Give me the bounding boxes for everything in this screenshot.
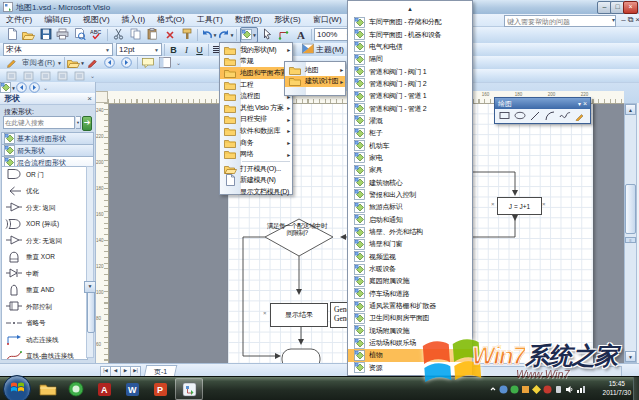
stencil-tab[interactable]: 基本流程图形状 — [1, 132, 94, 144]
stencil-item[interactable]: 家电 — [348, 152, 472, 164]
stencil-item[interactable]: 资源 — [348, 362, 472, 374]
tray8-icon[interactable] — [576, 385, 585, 394]
tray4-icon[interactable] — [532, 385, 541, 394]
scroll-up-icon[interactable]: ▲ — [625, 104, 636, 115]
menu-item[interactable]: 日程安排 ▸ — [220, 114, 292, 126]
pointer-tool-icon[interactable] — [259, 28, 275, 42]
scrollbar-thumb[interactable] — [87, 287, 95, 333]
toolbar-overflow-icon[interactable]: ⌄ — [90, 72, 95, 79]
stencil-item[interactable]: 家具 — [348, 164, 472, 176]
shape-vertical-and[interactable]: 垂直 AND — [2, 283, 87, 300]
visio-icon[interactable] — [175, 378, 203, 400]
stencil-item[interactable]: 视频监视 — [348, 251, 472, 263]
counter-box[interactable]: J = J+1 — [497, 197, 542, 215]
stencil-item[interactable]: 植物 — [348, 349, 472, 361]
shapes-window-icon[interactable]: ▾ — [240, 27, 258, 43]
tray2-icon[interactable] — [510, 385, 519, 394]
arcT-icon[interactable] — [544, 110, 557, 122]
search-dropdown-icon[interactable]: ▼ — [76, 116, 81, 129]
stencil-item[interactable]: 墙壁、外壳和结构 — [348, 226, 472, 238]
stencil-item[interactable]: 卫生间和厨房平面图 — [348, 312, 472, 324]
markup-pane-icon[interactable] — [157, 56, 173, 70]
stencil-item[interactable]: 管道和阀门 - 管道 1 — [348, 90, 472, 102]
stencil-item[interactable]: 管道和阀门 - 管道 2 — [348, 102, 472, 114]
menubar-item[interactable]: 形状(S) — [268, 14, 307, 26]
shapes-panel-close-icon[interactable]: × — [87, 93, 92, 105]
menu-item[interactable]: 我的形状(M) ▸ — [220, 44, 292, 56]
theme-button[interactable]: 主题(M) — [302, 44, 344, 55]
italic-button[interactable]: I — [180, 44, 193, 56]
menu-scroll-up-arrow[interactable]: ▲ — [348, 1, 472, 16]
format-painter-icon[interactable] — [179, 28, 195, 42]
close-button[interactable]: × — [623, 1, 638, 14]
menubar-item[interactable]: 文件(F) — [0, 14, 38, 26]
toolbar-dropdown-icon[interactable]: ▾ — [578, 100, 581, 107]
expl-icon[interactable] — [35, 379, 61, 399]
ppt-icon[interactable]: P — [147, 379, 173, 399]
text-tool-icon[interactable]: A — [293, 28, 309, 42]
stencil-item[interactable]: 管道和阀门 - 阀门 1 — [348, 65, 472, 77]
trayarr-icon[interactable] — [488, 385, 497, 394]
menu-item[interactable]: 其他 Visio 方案 ▸ — [220, 102, 292, 114]
menu-item[interactable]: 新建模具(N) ▸ — [220, 175, 292, 187]
menubar-item[interactable]: 窗口(W) — [307, 14, 348, 26]
menubar-item[interactable]: 工具(T) — [191, 14, 229, 26]
scroll-down-icon[interactable]: ▼ — [625, 351, 636, 362]
insert-comment-icon[interactable] — [140, 56, 156, 70]
vertical-scrollbar[interactable]: ▲ ≡ ▼ — [624, 103, 637, 363]
tray3-icon[interactable] — [521, 385, 530, 394]
menubar-item[interactable]: 数据(D) — [229, 14, 268, 26]
stencil-item[interactable]: 墙壁和门窗 — [348, 238, 472, 250]
stencil-item[interactable]: 车间平面图 - 机器和设备 — [348, 28, 472, 40]
print-icon[interactable] — [55, 28, 71, 42]
toolbar-close-icon[interactable]: × — [583, 100, 587, 107]
stencil-item[interactable]: 车间平面图 - 存储和分配 — [348, 16, 472, 28]
doc-close-button[interactable]: × — [634, 15, 639, 24]
tray5-icon[interactable] — [543, 385, 552, 394]
undo-icon[interactable]: ▾ — [201, 28, 217, 42]
paste-icon[interactable] — [145, 28, 161, 42]
shape-optimize[interactable]: 优化 — [2, 184, 87, 201]
shape-line-curve-connector[interactable]: 直线-曲线连接线 — [2, 349, 87, 361]
new-document-icon[interactable] — [4, 28, 20, 42]
action-icon-5[interactable] — [72, 69, 88, 83]
menu-item[interactable]: 工程 ▸ — [220, 79, 292, 91]
menubar-item[interactable]: 插入(I) — [116, 14, 152, 26]
print-preview-icon[interactable] — [72, 28, 88, 42]
shape-search-input[interactable] — [3, 116, 75, 129]
stencil-item[interactable]: 灌溉 — [348, 115, 472, 127]
ellT-icon[interactable] — [513, 110, 526, 122]
help-search-dropdown-icon[interactable]: ▾ — [612, 16, 615, 23]
word-icon[interactable]: W — [119, 379, 145, 399]
menu-item[interactable]: 打开模具(O)... ▸ — [220, 163, 292, 175]
stencil-item[interactable]: 现场附属设施 — [348, 325, 472, 337]
action-icon-4[interactable] — [55, 69, 71, 83]
doc-minimize-button[interactable]: ‒ — [620, 15, 627, 24]
shape-list-scrollbar[interactable] — [86, 166, 94, 358]
menu-item[interactable]: 商务 ▸ — [220, 137, 292, 149]
underline-button[interactable]: U — [193, 44, 206, 56]
penT-icon[interactable] — [574, 110, 587, 122]
forward-icon[interactable] — [29, 83, 41, 93]
shape-list-scroll-down-icon[interactable]: ▼ — [84, 281, 96, 293]
drawing-toolbar-titlebar[interactable]: 绘图 ▾ × — [495, 98, 590, 109]
stencil-tab[interactable]: 箭头形状 — [1, 144, 94, 156]
menu-item[interactable]: 网络 ▸ — [220, 148, 292, 160]
decision-text[interactable]: 满足每一个配送域中时间限制? — [266, 222, 328, 236]
stencil-item[interactable]: 隔间 — [348, 53, 472, 65]
redo-icon[interactable]: ▾ — [218, 28, 234, 42]
menubar-item[interactable]: 格式(O) — [151, 14, 191, 26]
stencil-item[interactable]: 庭园附属设施 — [348, 275, 472, 287]
save-icon[interactable] — [38, 28, 54, 42]
stencil-item[interactable]: 启动和通知 — [348, 214, 472, 226]
open-icon[interactable] — [21, 28, 37, 42]
shape-branch-return[interactable]: 分支: 返回 — [2, 200, 87, 217]
stencil-item[interactable]: 警报和出入控制 — [348, 189, 472, 201]
menu-item[interactable]: 软件和数据库 ▸ — [220, 125, 292, 137]
menubar-item[interactable]: 视图(V) — [77, 14, 116, 26]
red-pen-icon[interactable] — [84, 56, 100, 70]
shape-branch-no-return[interactable]: 分支: 无返回 — [2, 233, 87, 250]
menubar-item[interactable]: 编辑(E) — [38, 14, 77, 26]
toolbar-overflow-icon[interactable]: ⌄ — [176, 59, 181, 66]
menu-item[interactable]: 流程图 ▸ — [220, 90, 292, 102]
